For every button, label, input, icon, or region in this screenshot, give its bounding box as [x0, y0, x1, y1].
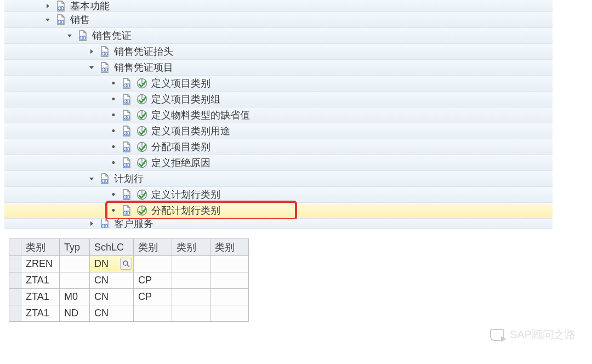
tree-row[interactable]: •定义拒绝原因: [4, 155, 553, 171]
column-header[interactable]: 类别: [210, 239, 249, 256]
table-row: ZTA1NDCN: [9, 305, 249, 322]
img-activity-icon[interactable]: [136, 93, 148, 105]
table-cell[interactable]: CN: [90, 272, 134, 289]
img-doc-icon[interactable]: [99, 173, 111, 185]
tree-row[interactable]: •分配项目类别: [4, 139, 553, 155]
tree-row[interactable]: •定义计划行类别: [4, 187, 553, 203]
tree-node-label[interactable]: 定义项目类别用途: [151, 124, 230, 138]
table-cell[interactable]: [134, 256, 172, 272]
tree-row[interactable]: 销售凭证项目: [4, 60, 553, 76]
table-cell[interactable]: [60, 272, 90, 289]
tree-row[interactable]: •定义项目类别组: [4, 92, 553, 107]
tree-node-label[interactable]: 基本功能: [70, 0, 110, 13]
table-cell[interactable]: ZREN: [21, 256, 60, 272]
collapse-icon[interactable]: [65, 31, 75, 41]
img-doc-icon[interactable]: [121, 77, 133, 89]
img-doc-icon[interactable]: [121, 157, 133, 169]
tree-node-label[interactable]: 定义计划行类别: [151, 188, 220, 201]
tree-row[interactable]: 客户服务: [4, 219, 553, 229]
table-cell[interactable]: [210, 289, 249, 305]
table-cell[interactable]: ZTA1: [21, 272, 60, 289]
img-doc-icon[interactable]: [121, 109, 133, 121]
img-doc-icon[interactable]: [121, 93, 133, 105]
leaf-bullet-icon: •: [109, 126, 118, 137]
table-cell[interactable]: ND: [60, 305, 90, 322]
img-doc-icon[interactable]: [55, 14, 67, 26]
tree-row[interactable]: 销售凭证抬头: [4, 44, 553, 60]
table-cell[interactable]: [210, 305, 249, 322]
img-doc-icon[interactable]: [55, 0, 67, 12]
table-cell[interactable]: [172, 305, 210, 322]
tree-node-label[interactable]: 定义项目类别: [151, 77, 210, 90]
tree-row[interactable]: 销售凭证: [4, 28, 553, 44]
value-help-button[interactable]: [120, 258, 132, 270]
table-cell[interactable]: CP: [134, 272, 172, 289]
tree-node-label[interactable]: 销售: [70, 13, 90, 26]
img-activity-icon[interactable]: [136, 109, 148, 121]
indent: [4, 131, 109, 132]
tree-node-label[interactable]: 客户服务: [114, 219, 153, 229]
tree-node-label[interactable]: 销售凭证: [92, 29, 132, 42]
leaf-bullet-icon: •: [109, 157, 118, 169]
img-activity-icon[interactable]: [136, 141, 148, 153]
table-cell[interactable]: ZTA1: [21, 289, 60, 305]
table-cell[interactable]: [60, 256, 90, 272]
tree-node-label[interactable]: 定义项目类别组: [151, 93, 220, 106]
tree-row[interactable]: 计划行: [4, 171, 553, 187]
tree-node-label[interactable]: 销售凭证抬头: [114, 45, 173, 58]
img-activity-icon[interactable]: [136, 157, 148, 169]
tree-row[interactable]: •定义项目类别用途: [4, 123, 553, 139]
table-cell[interactable]: [134, 305, 172, 322]
tree-row[interactable]: 销售: [4, 12, 553, 28]
img-doc-icon[interactable]: [121, 125, 133, 137]
collapse-icon[interactable]: [43, 15, 53, 25]
expand-icon[interactable]: [43, 1, 53, 11]
img-doc-icon[interactable]: [99, 219, 111, 229]
cell-edit-value[interactable]: DN: [94, 258, 109, 269]
tree-node-label[interactable]: 分配项目类别: [151, 140, 210, 153]
table-cell[interactable]: M0: [60, 289, 90, 305]
tree-node-label[interactable]: 计划行: [114, 172, 144, 185]
tree-row[interactable]: •分配计划行类别: [4, 203, 553, 219]
img-doc-icon[interactable]: [121, 204, 133, 217]
img-activity-icon[interactable]: [136, 125, 148, 137]
row-handle[interactable]: [9, 305, 21, 322]
row-handle[interactable]: [9, 289, 21, 305]
tree-node-label[interactable]: 定义拒绝原因: [151, 156, 210, 169]
table-cell[interactable]: [172, 272, 210, 289]
tree-node-label[interactable]: 定义物料类型的缺省值: [151, 109, 250, 122]
table-cell[interactable]: [172, 256, 210, 272]
tree-row[interactable]: •定义物料类型的缺省值: [4, 107, 553, 123]
img-activity-icon[interactable]: [136, 77, 148, 89]
img-doc-icon[interactable]: [99, 61, 111, 73]
img-activity-icon[interactable]: [136, 189, 148, 201]
img-doc-icon[interactable]: [121, 141, 133, 153]
table-cell[interactable]: [210, 272, 249, 289]
img-activity-icon[interactable]: [136, 204, 148, 217]
table-cell[interactable]: CN: [90, 305, 134, 322]
collapse-icon[interactable]: [87, 174, 96, 184]
row-handle[interactable]: [9, 272, 21, 289]
table-cell[interactable]: CP: [134, 289, 172, 305]
img-doc-icon[interactable]: [121, 189, 133, 201]
column-header[interactable]: 类别: [134, 239, 172, 256]
table-cell[interactable]: [210, 256, 249, 272]
collapse-icon[interactable]: [87, 62, 96, 72]
table-cell[interactable]: ZTA1: [21, 305, 60, 322]
table-cell[interactable]: DN: [90, 256, 134, 272]
tree-node-label[interactable]: 分配计划行类别: [151, 204, 220, 217]
expand-icon[interactable]: [87, 47, 96, 56]
tree-node-label[interactable]: 销售凭证项目: [114, 61, 173, 74]
column-header[interactable]: Typ: [60, 239, 90, 256]
table-cell[interactable]: [172, 289, 210, 305]
img-doc-icon[interactable]: [99, 46, 111, 58]
row-handle[interactable]: [9, 256, 21, 272]
column-header[interactable]: 类别: [21, 239, 60, 256]
table-cell[interactable]: CN: [90, 289, 134, 305]
column-header[interactable]: 类别: [172, 239, 210, 256]
img-doc-icon[interactable]: [77, 30, 89, 42]
tree-row[interactable]: 基本功能: [4, 0, 553, 12]
expand-icon[interactable]: [87, 219, 96, 229]
tree-row[interactable]: •定义项目类别: [4, 76, 553, 92]
column-header[interactable]: SchLC: [90, 239, 134, 256]
